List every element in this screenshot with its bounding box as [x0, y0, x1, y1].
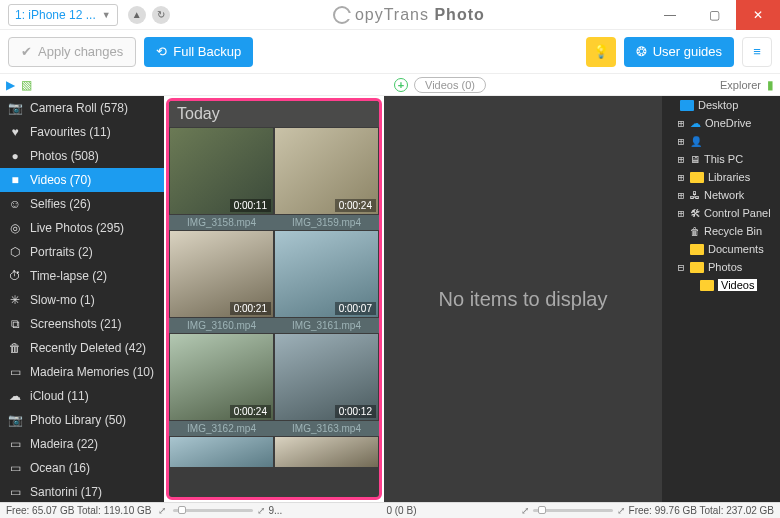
expand-toggle[interactable]: ⊞: [676, 189, 686, 202]
explorer-node[interactable]: Desktop: [662, 96, 780, 114]
sidebar-item-6[interactable]: ⬡Portraits (2): [0, 240, 164, 264]
sidebar-item-label: Time-lapse (2): [30, 269, 107, 283]
sidebar-item-label: Madeira Memories (10): [30, 365, 154, 379]
folder-icon: [690, 172, 704, 183]
explorer-node[interactable]: ⊞🖧Network: [662, 186, 780, 204]
expand-right2-icon[interactable]: ⤢: [617, 505, 625, 516]
sidebar-item-icon: ⬡: [8, 245, 22, 259]
sidebar-item-11[interactable]: ▭Madeira Memories (10): [0, 360, 164, 384]
maximize-button[interactable]: ▢: [692, 0, 736, 30]
explorer-node[interactable]: ⊞👤: [662, 132, 780, 150]
zoom-slider-left[interactable]: [173, 509, 253, 512]
video-thumbnail[interactable]: 0:00:11: [170, 128, 273, 214]
explorer-node[interactable]: Videos: [662, 276, 780, 294]
sidebar-item-16[interactable]: ▭Santorini (17): [0, 480, 164, 502]
status-bar: Free: 65.07 GB Total: 119.10 GB ⤢ ⤢ 9...…: [0, 502, 780, 518]
explorer-node[interactable]: ⊞Libraries: [662, 168, 780, 186]
node-icon: 🖧: [690, 190, 700, 201]
sidebar-item-10[interactable]: 🗑Recently Deleted (42): [0, 336, 164, 360]
refresh-button[interactable]: ↻: [152, 6, 170, 24]
sidebar-item-15[interactable]: ▭Ocean (16): [0, 456, 164, 480]
video-filename: IMG_3160.mp4: [169, 318, 274, 333]
sidebar-item-label: Photo Library (50): [30, 413, 126, 427]
pc-storage-status: Free: 99.76 GB Total: 237.02 GB: [629, 505, 774, 516]
expand-right-icon[interactable]: ⤢: [521, 505, 529, 516]
sidebar-item-3[interactable]: ■Videos (70): [0, 168, 164, 192]
zoom-slider-right[interactable]: [533, 509, 613, 512]
folder-icon[interactable]: ▮: [767, 78, 774, 92]
explorer-node[interactable]: Documents: [662, 240, 780, 258]
sidebar-item-1[interactable]: ♥Favourites (11): [0, 120, 164, 144]
play-icon[interactable]: ▶: [6, 78, 15, 92]
minimize-button[interactable]: —: [648, 0, 692, 30]
sidebar-item-5[interactable]: ◎Live Photos (295): [0, 216, 164, 240]
sidebar-item-14[interactable]: ▭Madeira (22): [0, 432, 164, 456]
video-thumbnail[interactable]: [170, 437, 273, 467]
sidebar-item-icon: ✳: [8, 293, 22, 307]
grid-header: Today: [169, 101, 379, 127]
sidebar-item-13[interactable]: 📷Photo Library (50): [0, 408, 164, 432]
device-selector[interactable]: 1: iPhone 12 ... ▼: [8, 4, 118, 26]
folder-icon: [680, 100, 694, 111]
node-icon: 🖥: [690, 154, 700, 165]
expand-toggle[interactable]: ⊟: [676, 261, 686, 274]
video-thumbnail[interactable]: 0:00:24: [170, 334, 273, 420]
video-thumbnail[interactable]: 0:00:21: [170, 231, 273, 317]
device-label: 1: iPhone 12 ...: [15, 8, 96, 22]
video-grid-panel: Today 0:00:110:00:24IMG_3158.mp4IMG_3159…: [166, 98, 382, 500]
explorer-node[interactable]: ⊞☁OneDrive: [662, 114, 780, 132]
lifebuoy-icon: ❂: [636, 44, 647, 59]
expand-left2-icon[interactable]: ⤢: [257, 505, 265, 516]
sidebar-item-label: Videos (70): [30, 173, 91, 187]
eject-button[interactable]: ▲: [128, 6, 146, 24]
sidebar-item-12[interactable]: ☁iCloud (11): [0, 384, 164, 408]
explorer-node[interactable]: ⊟Photos: [662, 258, 780, 276]
sidebar-item-4[interactable]: ☺Selfies (26): [0, 192, 164, 216]
full-backup-button[interactable]: ⟲ Full Backup: [144, 37, 253, 67]
explorer-tree: Desktop⊞☁OneDrive⊞👤⊞🖥This PC⊞Libraries⊞🖧…: [662, 96, 780, 502]
picture-icon[interactable]: ▧: [21, 78, 32, 92]
empty-message: No items to display: [439, 288, 608, 311]
video-thumbnail[interactable]: [275, 437, 378, 467]
grid-body[interactable]: 0:00:110:00:24IMG_3158.mp4IMG_3159.mp40:…: [169, 127, 379, 495]
expand-left-icon[interactable]: ⤢: [155, 505, 169, 516]
video-thumbnail[interactable]: 0:00:12: [275, 334, 378, 420]
sidebar-item-label: Portraits (2): [30, 245, 93, 259]
sidebar-item-9[interactable]: ⧉Screenshots (21): [0, 312, 164, 336]
explorer-node[interactable]: ⊞🖥This PC: [662, 150, 780, 168]
secondary-toolbar: ▶ ▧ + Videos (0) Explorer ▮: [0, 74, 780, 96]
sidebar-item-8[interactable]: ✳Slow-mo (1): [0, 288, 164, 312]
expand-toggle[interactable]: ⊞: [676, 117, 686, 130]
user-guides-button[interactable]: ❂ User guides: [624, 37, 734, 67]
close-button[interactable]: ✕: [736, 0, 780, 30]
video-thumbnail[interactable]: 0:00:07: [275, 231, 378, 317]
expand-toggle[interactable]: [686, 279, 696, 292]
sidebar-item-label: Favourites (11): [30, 125, 111, 139]
sidebar-item-label: Camera Roll (578): [30, 101, 128, 115]
sidebar-item-7[interactable]: ⏱Time-lapse (2): [0, 264, 164, 288]
destination-pill[interactable]: Videos (0): [414, 77, 486, 93]
expand-toggle[interactable]: ⊞: [676, 135, 686, 148]
sidebar-item-2[interactable]: ●Photos (508): [0, 144, 164, 168]
node-label: Recycle Bin: [704, 225, 762, 237]
drop-target-panel[interactable]: No items to display: [384, 96, 662, 502]
node-label: Videos: [718, 279, 757, 291]
add-button[interactable]: +: [394, 78, 408, 92]
tips-button[interactable]: 💡: [586, 37, 616, 67]
expand-toggle[interactable]: ⊞: [676, 207, 686, 220]
expand-toggle[interactable]: ⊞: [676, 171, 686, 184]
video-filename: IMG_3161.mp4: [274, 318, 379, 333]
explorer-node[interactable]: 🗑Recycle Bin: [662, 222, 780, 240]
video-thumbnail[interactable]: 0:00:24: [275, 128, 378, 214]
title-bar: 1: iPhone 12 ... ▼ ▲ ↻ opyTrans Photo — …: [0, 0, 780, 30]
sidebar-item-0[interactable]: 📷Camera Roll (578): [0, 96, 164, 120]
expand-toggle[interactable]: [666, 99, 676, 112]
explorer-node[interactable]: ⊞🛠Control Panel: [662, 204, 780, 222]
expand-toggle[interactable]: ⊞: [676, 153, 686, 166]
apply-changes-button[interactable]: ✔ Apply changes: [8, 37, 136, 67]
expand-toggle[interactable]: [676, 243, 686, 256]
hamburger-menu-button[interactable]: ≡: [742, 37, 772, 67]
expand-toggle[interactable]: [676, 225, 686, 238]
node-icon: 🗑: [690, 226, 700, 237]
video-filename: IMG_3159.mp4: [274, 215, 379, 230]
